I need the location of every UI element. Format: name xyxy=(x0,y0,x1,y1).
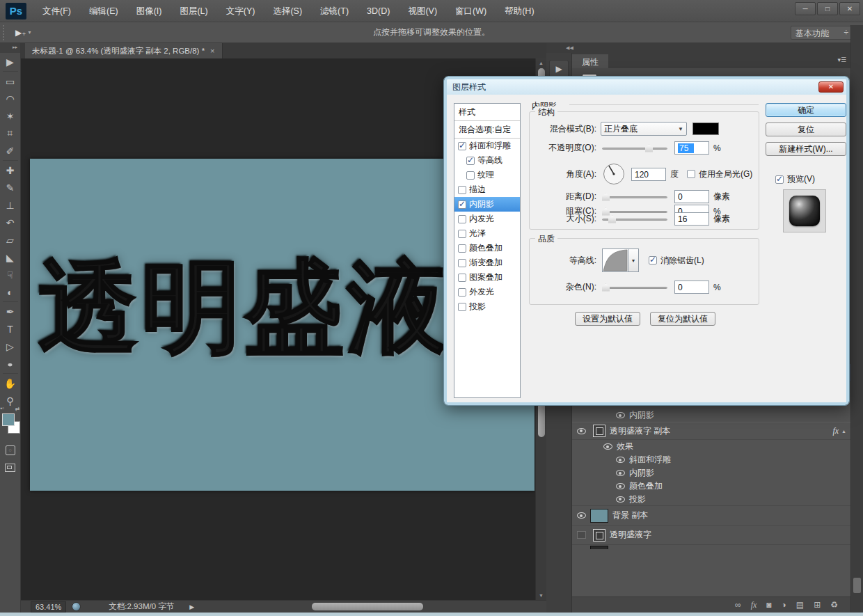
collapse-panels-icon[interactable]: ◀◀ xyxy=(566,45,573,51)
effect-row[interactable]: 斜面和浮雕 xyxy=(572,453,850,466)
history-brush-tool[interactable]: ↶ xyxy=(1,214,19,231)
checkbox-icon[interactable] xyxy=(458,186,466,194)
visibility-toggle[interactable] xyxy=(599,443,617,450)
pen-tool[interactable]: ✒ xyxy=(1,303,19,320)
checkbox-checked-icon[interactable] xyxy=(458,200,466,209)
checkbox-icon[interactable] xyxy=(458,244,466,253)
layer-style-icon[interactable]: fx xyxy=(751,600,757,610)
style-item-gradient-overlay[interactable]: 渐变叠加 xyxy=(454,255,520,270)
visibility-toggle[interactable] xyxy=(611,457,629,463)
opacity-field[interactable]: 75 xyxy=(674,141,709,155)
set-as-default-button[interactable]: 设置为默认值 xyxy=(575,312,640,326)
checkbox-checked-icon[interactable] xyxy=(458,142,466,150)
noise-field[interactable]: 0 xyxy=(674,281,709,294)
screen-mode-button[interactable] xyxy=(1,459,19,476)
size-slider[interactable] xyxy=(602,214,667,224)
foreground-color-swatch[interactable] xyxy=(2,413,15,426)
preview-toggle[interactable]: 预览(V) xyxy=(775,173,815,185)
visibility-toggle[interactable] xyxy=(611,412,629,418)
style-item-inner-shadow[interactable]: 内阴影 xyxy=(454,197,520,212)
path-select-tool[interactable]: ▷ xyxy=(1,338,19,355)
link-layers-icon[interactable]: ∞ xyxy=(735,600,741,610)
style-item-inner-glow[interactable]: 内发光 xyxy=(454,212,520,226)
clone-stamp-tool[interactable]: ⊥ xyxy=(1,196,19,214)
visibility-toggle[interactable] xyxy=(611,470,629,476)
actions-panel-icon[interactable]: ▶ xyxy=(549,60,569,78)
menu-type[interactable]: 文字(Y) xyxy=(217,0,264,22)
menu-file[interactable]: 文件(F) xyxy=(33,0,80,22)
minimize-button[interactable]: ─ xyxy=(795,2,816,15)
layer-row[interactable]: 透明盛液字 xyxy=(572,526,850,545)
menu-layer[interactable]: 图层(L) xyxy=(171,0,216,22)
angle-field[interactable]: 120 xyxy=(631,168,666,181)
new-style-button[interactable]: 新建样式(W)... xyxy=(766,142,846,156)
visibility-toggle[interactable] xyxy=(572,531,590,539)
brush-tool[interactable]: ✎ xyxy=(1,179,19,196)
menu-select[interactable]: 选择(S) xyxy=(264,0,311,22)
visibility-toggle[interactable] xyxy=(611,483,629,489)
layer-thumbnail-icon[interactable] xyxy=(593,425,605,437)
toolbar-collapse-icon[interactable]: ▸▸ xyxy=(0,43,20,53)
marquee-tool[interactable]: ▭ xyxy=(1,72,19,90)
dialog-close-button[interactable]: ✕ xyxy=(818,81,844,93)
style-item-satin[interactable]: 光泽 xyxy=(454,226,520,241)
reset-to-default-button[interactable]: 复位为默认值 xyxy=(650,312,715,326)
horizontal-scroll-thumb[interactable] xyxy=(312,603,423,610)
style-item-drop-shadow[interactable]: 投影 xyxy=(454,299,520,314)
style-item-outer-glow[interactable]: 外发光 xyxy=(454,285,520,299)
tab-properties[interactable]: 属性 xyxy=(572,54,608,68)
crop-tool[interactable]: ⌗ xyxy=(1,125,19,142)
layer-mask-icon[interactable]: ◙ xyxy=(766,600,771,610)
tab-close-icon[interactable]: × xyxy=(210,47,214,55)
style-item-texture[interactable]: 纹理 xyxy=(454,168,520,182)
effect-row[interactable]: 内阴影 xyxy=(572,409,850,422)
effect-row[interactable]: 投影 xyxy=(572,493,850,506)
magic-wand-tool[interactable]: ✶ xyxy=(1,107,19,125)
delete-layer-icon[interactable]: ♻ xyxy=(830,600,838,610)
style-item-contour[interactable]: 等高线 xyxy=(454,153,520,168)
style-item-stroke[interactable]: 描边 xyxy=(454,182,520,197)
checkbox-icon[interactable] xyxy=(458,259,466,267)
status-menu-arrow-icon[interactable]: ▶ xyxy=(189,603,194,610)
distance-slider[interactable] xyxy=(602,192,667,202)
size-field[interactable]: 16 xyxy=(674,212,709,226)
checkbox-checked-icon[interactable] xyxy=(466,157,475,165)
menu-edit[interactable]: 编辑(E) xyxy=(80,0,127,22)
menu-image[interactable]: 图像(I) xyxy=(127,0,171,22)
panel-menu-icon[interactable]: ▾☰ xyxy=(837,56,846,63)
slider-thumb[interactable] xyxy=(608,216,616,223)
menu-filter[interactable]: 滤镜(T) xyxy=(311,0,358,22)
dock-scrollbar[interactable] xyxy=(850,25,863,613)
swap-colors-icon[interactable]: ⇄ xyxy=(15,406,20,412)
visibility-toggle[interactable] xyxy=(572,428,590,434)
menu-window[interactable]: 窗口(W) xyxy=(446,0,496,22)
scroll-down-icon[interactable]: ▼ xyxy=(539,593,544,598)
close-button[interactable]: ✕ xyxy=(839,2,860,15)
ellipse-tool[interactable]: ● xyxy=(1,355,19,372)
noise-slider[interactable] xyxy=(602,283,667,292)
mini-bridge-icon[interactable] xyxy=(72,602,81,611)
shadow-color-swatch[interactable] xyxy=(692,123,719,135)
dock-scroll-thumb[interactable] xyxy=(853,578,861,593)
checkbox-icon[interactable] xyxy=(466,171,475,180)
checkbox-icon[interactable] xyxy=(458,215,466,223)
quick-mask-button[interactable]: ◌ xyxy=(1,441,19,459)
slider-thumb[interactable] xyxy=(645,145,653,152)
effect-row[interactable]: 颜色叠加 xyxy=(572,480,850,493)
style-item-bevel-emboss[interactable]: 斜面和浮雕 xyxy=(454,139,520,153)
healing-brush-tool[interactable]: ✚ xyxy=(1,161,19,179)
new-layer-icon[interactable]: ⊞ xyxy=(814,600,821,610)
checkbox-icon[interactable] xyxy=(458,288,466,297)
smudge-tool[interactable]: ☟ xyxy=(1,266,19,283)
checkbox-icon[interactable] xyxy=(458,274,466,282)
opacity-slider[interactable] xyxy=(602,143,667,153)
blending-options-item[interactable]: 混合选项:自定 xyxy=(454,121,520,139)
reset-button[interactable]: 复位 xyxy=(766,123,846,136)
move-tool[interactable]: ▶ xyxy=(1,53,19,70)
scroll-up-icon[interactable]: ▲ xyxy=(539,61,544,65)
slider-thumb[interactable] xyxy=(602,194,610,201)
dialog-title-bar[interactable]: 图层样式 ✕ xyxy=(447,79,846,95)
type-tool[interactable]: T xyxy=(1,320,19,338)
contour-picker[interactable] xyxy=(602,248,628,272)
layer-thumbnail[interactable] xyxy=(590,509,608,523)
